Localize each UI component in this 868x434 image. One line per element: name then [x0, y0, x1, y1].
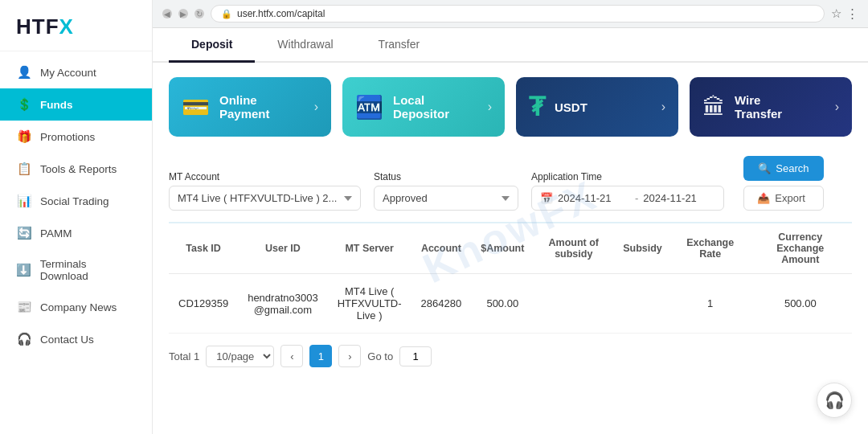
online-payment-label: Online Payment — [219, 93, 305, 121]
export-icon: 📤 — [757, 192, 770, 204]
cell-currency-exchange: 500.00 — [749, 274, 852, 334]
sidebar-item-label: Promotions — [40, 131, 95, 143]
sidebar-item-promotions[interactable]: 🎁 Promotions — [0, 121, 152, 153]
calendar-icon: 📅 — [540, 192, 553, 204]
tab-withdrawal[interactable]: Withdrawal — [255, 28, 355, 63]
url-text: user.htfx.com/capital — [237, 8, 325, 19]
arrow-icon: › — [488, 100, 492, 114]
promotions-icon: 🎁 — [16, 129, 32, 144]
date-separator: - — [635, 192, 638, 204]
per-page-select[interactable]: 10/page — [206, 346, 274, 367]
content-area: KnowFX Deposit Withdrawal Transfer 💳 Onl… — [153, 28, 868, 434]
sidebar-item-social-trading[interactable]: 📊 Social Trading — [0, 185, 152, 217]
sidebar-item-funds[interactable]: 💲 Funds — [0, 88, 152, 121]
sidebar-item-label: My Account — [40, 67, 96, 79]
application-time-label: Application Time — [531, 171, 724, 182]
social-icon: 📊 — [16, 194, 32, 208]
col-subsidy: Subsidy — [613, 223, 672, 274]
sidebar-item-tools-reports[interactable]: 📋 Tools & Reports — [0, 153, 152, 185]
prev-page-button[interactable]: ‹ — [280, 345, 303, 367]
sidebar-item-label: Funds — [40, 99, 73, 111]
browser-actions: ☆ ⋮ — [831, 6, 858, 21]
tab-transfer[interactable]: Transfer — [356, 28, 443, 63]
local-depositor-icon: 🏧 — [355, 94, 383, 121]
date-range: 📅 - — [531, 186, 724, 211]
wire-transfer-label: Wire Transfer — [735, 93, 825, 121]
date-from-input[interactable] — [558, 192, 630, 204]
card-local-depositor[interactable]: 🏧 Local Depositor › — [342, 77, 505, 137]
mt-account-select[interactable]: MT4 Live ( HTFXVULTD-Live ) 2... — [169, 186, 361, 211]
sidebar-item-label: Company News — [40, 301, 117, 313]
col-user-id: User ID — [238, 223, 327, 274]
browser-bar: ◀ ▶ ↻ 🔒 user.htfx.com/capital ☆ ⋮ — [153, 0, 868, 28]
page-1-button[interactable]: 1 — [309, 345, 332, 367]
funds-icon: 💲 — [16, 97, 32, 112]
card-wire-transfer[interactable]: 🏛 Wire Transfer › — [690, 77, 852, 137]
cell-subsidy — [613, 274, 672, 334]
local-depositor-label: Local Depositor — [393, 93, 478, 121]
forward-button[interactable]: ▶ — [178, 9, 188, 18]
export-button[interactable]: 📤 Export — [743, 186, 823, 211]
sidebar-item-terminals-download[interactable]: ⬇️ Terminals Download — [0, 249, 152, 291]
card-online-payment[interactable]: 💳 Online Payment › — [169, 77, 331, 137]
star-icon[interactable]: ☆ — [831, 6, 841, 21]
support-button[interactable]: 🎧 — [817, 383, 852, 418]
sidebar-item-label: Tools & Reports — [40, 163, 117, 175]
date-to-input[interactable] — [643, 192, 715, 204]
goto-input[interactable] — [399, 346, 432, 366]
tab-deposit[interactable]: Deposit — [169, 28, 255, 63]
col-account: Account — [411, 223, 472, 274]
menu-icon[interactable]: ⋮ — [846, 6, 858, 21]
mt-account-label: MT Account — [169, 171, 361, 182]
cell-mt-server: MT4 Live (HTFXVULTD-Live ) — [328, 274, 411, 334]
sidebar-item-label: Contact Us — [40, 334, 94, 346]
col-amount: $Amount — [471, 223, 534, 274]
cell-account: 2864280 — [411, 274, 472, 334]
filter-section: MT Account MT4 Live ( HTFXVULTD-Live ) 2… — [153, 148, 868, 222]
data-table: Task ID User ID MT Server Account $Amoun… — [169, 222, 852, 334]
search-icon: 🔍 — [758, 162, 771, 174]
headphones-icon: 🎧 — [825, 391, 845, 410]
date-filter: Application Time 📅 - — [531, 171, 724, 211]
cell-exchange-rate: 1 — [672, 274, 749, 334]
pagination: Total 1 10/page ‹ 1 › Go to — [153, 334, 868, 372]
table-row: CD129359 hendratno3003 @gmail.com MT4 Li… — [169, 274, 852, 334]
main-content: ◀ ▶ ↻ 🔒 user.htfx.com/capital ☆ ⋮ KnowFX… — [153, 0, 868, 434]
sidebar: HTFX 👤 My Account 💲 Funds 🎁 Promotions 📋… — [0, 0, 153, 434]
sidebar-item-label: PAMM — [40, 227, 72, 240]
sidebar-item-company-news[interactable]: 📰 Company News — [0, 291, 152, 323]
cell-task-id: CD129359 — [169, 274, 238, 334]
sidebar-item-label: Social Trading — [40, 195, 109, 207]
cell-user-id: hendratno3003 @gmail.com — [238, 274, 327, 334]
online-payment-icon: 💳 — [182, 94, 210, 121]
logo-text: HTFX — [16, 14, 74, 39]
lock-icon: 🔒 — [221, 9, 232, 19]
col-task-id: Task ID — [169, 223, 238, 274]
pamm-icon: 🔄 — [16, 226, 32, 240]
filter-buttons: 🔍 Search 📤 Export — [743, 156, 823, 211]
col-currency-exchange: Currency Exchange Amount — [749, 223, 852, 274]
url-bar: 🔒 user.htfx.com/capital — [211, 5, 825, 23]
arrow-icon: › — [835, 100, 839, 114]
sidebar-item-pamm[interactable]: 🔄 PAMM — [0, 217, 152, 249]
col-exchange-rate: Exchange Rate — [672, 223, 749, 274]
back-button[interactable]: ◀ — [162, 9, 172, 18]
card-usdt[interactable]: ₮ USDT › — [516, 77, 678, 137]
status-label: Status — [374, 171, 518, 182]
sidebar-item-contact-us[interactable]: 🎧 Contact Us — [0, 323, 152, 355]
sidebar-item-my-account[interactable]: 👤 My Account — [0, 56, 152, 88]
tab-bar: Deposit Withdrawal Transfer — [153, 28, 868, 63]
cell-amount: 500.00 — [471, 274, 534, 334]
payment-cards: 💳 Online Payment › 🏧 Local Depositor › ₮… — [153, 63, 868, 148]
arrow-icon: › — [314, 100, 318, 114]
col-amount-subsidy: Amount of subsidy — [534, 223, 613, 274]
logo: HTFX — [0, 0, 152, 51]
status-filter: Status Approved — [374, 171, 518, 211]
search-button[interactable]: 🔍 Search — [743, 156, 823, 181]
next-page-button[interactable]: › — [338, 345, 361, 367]
contact-icon: 🎧 — [16, 332, 32, 346]
reload-button[interactable]: ↻ — [194, 9, 204, 18]
total-label: Total 1 — [169, 350, 199, 362]
status-select[interactable]: Approved — [374, 186, 518, 211]
goto-label: Go to — [367, 350, 393, 362]
